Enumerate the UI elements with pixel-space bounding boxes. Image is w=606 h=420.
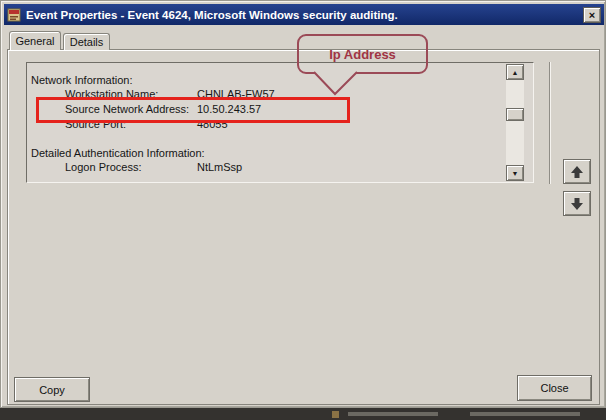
taskbar-item xyxy=(470,412,580,416)
section-heading: Detailed Authentication Information: xyxy=(31,147,205,159)
arrow-up-icon xyxy=(570,165,584,179)
scroll-up-icon[interactable]: ▲ xyxy=(506,64,524,80)
content-divider xyxy=(549,62,550,184)
tab-general[interactable]: General xyxy=(9,31,61,50)
arrow-down-icon xyxy=(570,197,584,211)
ip-address-callout: Ip Address xyxy=(297,34,428,74)
close-icon[interactable]: × xyxy=(583,7,601,23)
title-bar[interactable]: Event Properties - Event 4624, Microsoft… xyxy=(4,4,604,25)
event-properties-dialog: Event Properties - Event 4624, Microsoft… xyxy=(0,0,606,408)
window-title: Event Properties - Event 4624, Microsoft… xyxy=(26,9,398,21)
next-event-button[interactable] xyxy=(563,191,591,216)
screen: Event Properties - Event 4624, Microsoft… xyxy=(0,0,606,420)
taskbar-strip xyxy=(0,408,606,420)
tab-details[interactable]: Details xyxy=(63,33,110,50)
field-label: Logon Process: xyxy=(65,161,141,173)
description-scrollbar[interactable]: ▲ ▼ xyxy=(506,64,524,181)
scrollbar-thumb[interactable] xyxy=(506,108,524,121)
taskbar-icon xyxy=(332,411,339,418)
ip-address-highlight-box xyxy=(36,97,350,123)
scroll-down-icon[interactable]: ▼ xyxy=(506,165,524,181)
previous-event-button[interactable] xyxy=(563,159,591,184)
copy-button[interactable]: Copy xyxy=(14,377,90,402)
close-button[interactable]: Close xyxy=(517,375,592,401)
callout-tail xyxy=(304,71,368,97)
field-value: NtLmSsp xyxy=(197,161,242,173)
taskbar-item xyxy=(348,412,438,416)
section-heading: Network Information: xyxy=(31,74,132,86)
event-viewer-icon xyxy=(7,8,21,22)
